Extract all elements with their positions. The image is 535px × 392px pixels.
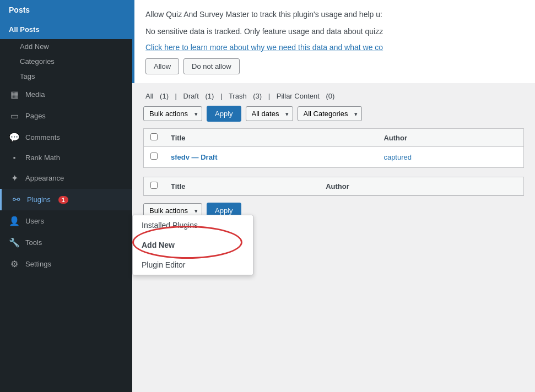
do-not-allow-button[interactable]: Do not allow [183, 58, 240, 74]
row1-author-link[interactable]: captured [383, 153, 412, 161]
filter-all[interactable]: All (1) [143, 92, 171, 100]
pages-icon: ▭ [9, 111, 20, 121]
author-column-header[interactable]: Author [377, 129, 523, 147]
all-dates-select[interactable]: All dates [246, 106, 293, 121]
add-new-label: Add New [20, 42, 49, 51]
posts-table: Title Author sfedv — Draft captured [144, 129, 523, 167]
filter-trash[interactable]: Trash (3) [226, 92, 264, 100]
sidebar-item-tools[interactable]: 🔧 Tools [0, 232, 132, 253]
select-all-checkbox[interactable] [150, 133, 158, 140]
bottom-table: Title Author [144, 177, 523, 195]
sidebar-item-appearance[interactable]: ✦ Appearance [0, 167, 132, 189]
bottom-select-all-header [144, 177, 164, 195]
rank-math-icon: ▪ [9, 154, 20, 162]
sidebar-item-pages[interactable]: ▭ Pages [0, 105, 132, 127]
notice-box: Allow Quiz And Survey Master to track th… [132, 0, 535, 83]
sidebar-item-tags[interactable]: Tags [0, 69, 132, 84]
title-column-header[interactable]: Title [164, 129, 377, 147]
posts-table-wrap: Title Author sfedv — Draft captured [143, 128, 524, 168]
sidebar-item-media[interactable]: ▦ Media [0, 84, 132, 105]
appearance-label: Appearance [25, 174, 64, 182]
sidebar-item-plugins[interactable]: ⚯ Plugins 1 [0, 189, 132, 210]
appearance-icon: ✦ [9, 173, 20, 183]
notice-buttons: Allow Do not allow [145, 58, 524, 74]
bottom-title-header[interactable]: Title [164, 177, 319, 195]
sidebar-item-comments[interactable]: 💬 Comments [0, 127, 132, 148]
bulk-actions-select[interactable]: Bulk actions [143, 106, 202, 121]
apply-button-top[interactable]: Apply [207, 106, 241, 122]
sidebar-item-categories[interactable]: Categories [0, 54, 132, 69]
sidebar-item-all-posts[interactable]: All Posts [0, 20, 132, 39]
bottom-table-wrap: Title Author [143, 177, 524, 196]
table-row: sfedv — Draft captured [144, 147, 523, 167]
settings-icon: ⚙ [9, 259, 20, 269]
sidebar-item-settings[interactable]: ⚙ Settings [0, 253, 132, 275]
sidebar-item-add-new[interactable]: Add New [0, 39, 132, 54]
notice-line2: No sensitive data is tracked. Only featu… [145, 26, 524, 37]
rank-math-label: Rank Math [25, 154, 60, 162]
plugins-dropdown-menu: Installed Plugins Add New Plugin Editor [132, 215, 253, 275]
media-label: Media [25, 90, 45, 99]
bottom-select-all-checkbox[interactable] [150, 182, 158, 189]
comments-label: Comments [25, 133, 60, 141]
sidebar-item-users[interactable]: 👤 Users [0, 210, 132, 232]
bottom-author-header[interactable]: Author [319, 177, 523, 195]
sidebar: Posts All Posts Add New Categories Tags … [0, 0, 132, 392]
top-toolbar: Bulk actions Apply All dates All Categor… [143, 106, 524, 122]
filter-bar: All (1) | Draft (1) | Trash (3) | Pillar… [143, 92, 524, 100]
plugin-editor-menu-item[interactable]: Plugin Editor [133, 255, 253, 275]
plugins-icon: ⚯ [10, 194, 21, 205]
filter-draft[interactable]: Draft (1) [181, 92, 217, 100]
add-new-menu-item[interactable]: Add New [133, 235, 253, 255]
all-categories-select[interactable]: All Categories [298, 106, 362, 121]
all-categories-wrapper: All Categories [298, 106, 362, 121]
row1-title-cell: sfedv — Draft [164, 147, 377, 167]
select-all-header [144, 129, 164, 147]
posts-header: Posts [0, 0, 132, 20]
row1-title-link[interactable]: sfedv — Draft [171, 153, 218, 161]
notice-line1: Allow Quiz And Survey Master to track th… [145, 9, 524, 20]
posts-section-title: Posts [9, 6, 30, 14]
tags-label: Tags [20, 72, 35, 80]
allow-button[interactable]: Allow [145, 58, 179, 74]
row1-author-cell: captured [377, 147, 523, 167]
comments-icon: 💬 [9, 132, 20, 143]
row1-checkbox[interactable] [150, 153, 158, 160]
bottom-table-section: Title Author [143, 177, 524, 196]
main-content: Allow Quiz And Survey Master to track th… [132, 0, 535, 392]
tools-label: Tools [25, 238, 42, 247]
users-label: Users [25, 217, 44, 225]
all-posts-label: All Posts [9, 25, 40, 34]
categories-label: Categories [20, 57, 55, 66]
settings-label: Settings [25, 260, 51, 268]
bulk-actions-wrapper: Bulk actions [143, 106, 202, 121]
sidebar-item-rank-math[interactable]: ▪ Rank Math [0, 148, 132, 167]
row1-checkbox-cell [144, 147, 164, 167]
notice-link[interactable]: Click here to learn more about why we ne… [145, 43, 383, 52]
tools-icon: 🔧 [9, 237, 20, 248]
installed-plugins-menu-item[interactable]: Installed Plugins [133, 215, 253, 235]
pages-label: Pages [25, 112, 46, 120]
all-dates-wrapper: All dates [246, 106, 293, 121]
media-icon: ▦ [9, 89, 20, 100]
plugins-badge: 1 [58, 196, 68, 204]
users-icon: 👤 [9, 216, 20, 226]
plugins-label: Plugins [27, 195, 51, 204]
filter-pillar[interactable]: Pillar Content (0) [274, 92, 337, 100]
